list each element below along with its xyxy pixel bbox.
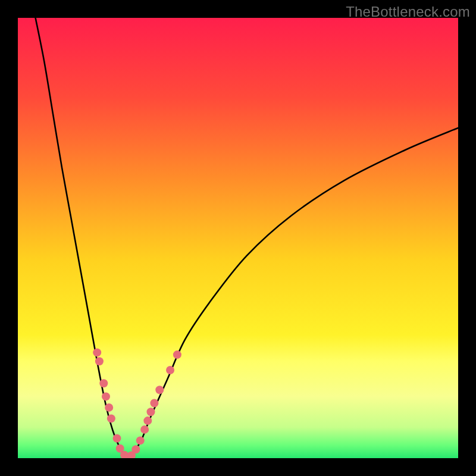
marker-point [136,436,145,444]
marker-point [105,403,113,412]
marker-point [140,425,149,434]
marker-point [166,366,174,374]
marker-point [113,434,121,443]
marker-point [93,348,101,356]
chart-svg [18,18,458,458]
marker-point [107,414,115,422]
marker-point [173,350,181,359]
outer-frame: TheBottleneck.com [0,0,476,476]
marker-point [150,399,158,408]
marker-point [99,379,108,387]
marker-point [102,392,110,400]
marker-point [143,416,152,425]
marker-point [95,357,104,365]
plot-area [18,18,458,458]
marker-point [146,408,155,416]
bottleneck-curve [36,18,458,458]
marker-point [131,445,140,453]
marker-point [155,386,164,394]
